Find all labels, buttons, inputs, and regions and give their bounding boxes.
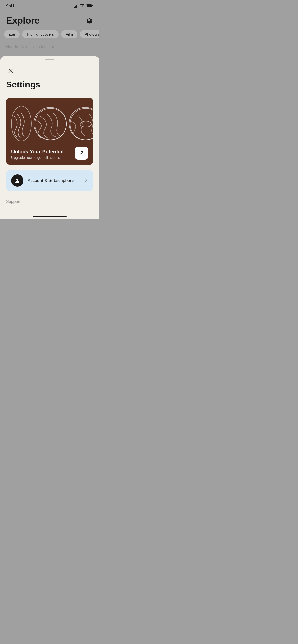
promo-bottom: Unlock Your Potential Upgrade now to get…: [6, 147, 93, 165]
promo-heading: Unlock Your Potential: [11, 149, 64, 155]
settings-gear-button[interactable]: [85, 16, 93, 25]
filter-pill-age[interactable]: age: [4, 30, 20, 38]
promo-text-block: Unlock Your Potential Upgrade now to get…: [11, 149, 64, 160]
home-bar: [33, 216, 67, 217]
filter-row: age Highlight covers Film Photography: [0, 30, 99, 42]
filter-pill-photography[interactable]: Photography: [80, 30, 99, 38]
promo-subtext: Upgrade now to get full access: [11, 156, 64, 160]
account-subscriptions-row[interactable]: Account & Subscriptions: [6, 170, 93, 191]
svg-rect-1: [87, 4, 92, 7]
promo-arrow-button[interactable]: [75, 147, 88, 160]
explore-title: Explore: [6, 15, 40, 26]
settings-title: Settings: [6, 80, 93, 90]
status-bar: 9:41: [0, 0, 99, 11]
account-label: Account & Subscriptions: [28, 178, 84, 183]
svg-point-10: [16, 179, 18, 181]
explore-hint: Hundreds of collections for...: [0, 42, 99, 51]
status-icons: [74, 4, 93, 8]
sheet-handle: [45, 59, 54, 60]
chevron-right-icon: [84, 178, 88, 183]
support-section: Support: [6, 199, 93, 204]
filter-pill-highlight-covers[interactable]: Highlight covers: [22, 30, 59, 38]
explore-header: Explore: [0, 13, 99, 30]
sheet-content: Settings: [0, 66, 99, 214]
home-indicator: [0, 214, 99, 219]
settings-bottom-sheet: Settings: [0, 56, 99, 219]
promo-circles-container: [6, 98, 93, 147]
account-avatar: [11, 174, 23, 187]
svg-line-9: [80, 152, 83, 155]
promo-card: Unlock Your Potential Upgrade now to get…: [6, 98, 93, 165]
signal-icon: [74, 4, 78, 8]
wifi-icon: [80, 4, 85, 8]
svg-point-7: [70, 108, 93, 140]
status-time: 9:41: [6, 4, 15, 9]
explore-background: Explore age Highlight covers Film Photog…: [0, 11, 99, 51]
close-button[interactable]: [6, 66, 15, 76]
battery-icon: [86, 4, 93, 8]
svg-point-6: [35, 108, 66, 140]
support-label: Support: [6, 199, 20, 204]
filter-pill-film[interactable]: Film: [61, 30, 77, 38]
svg-rect-2: [92, 5, 93, 6]
